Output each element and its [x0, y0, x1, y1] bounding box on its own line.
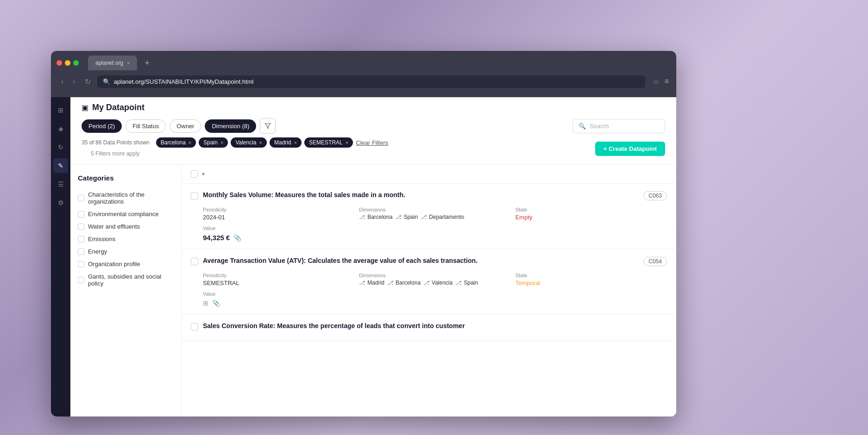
category-item-1[interactable]: Environmental compliance	[78, 208, 174, 220]
datapoint-card-inner-1: Monthly Sales Volume: Measures the total…	[182, 184, 676, 249]
dp-dimensions-value-2: ⎇ Madrid ⎇ Barcelona ⎇ Valencia	[359, 280, 510, 286]
category-label-2: Water and effluents	[88, 223, 140, 230]
tag-valencia-close[interactable]: ×	[259, 140, 262, 145]
dp-meta-2: Periodicity SEMESTRAL Dimensions ⎇ Madri…	[203, 273, 667, 286]
forward-btn[interactable]: ›	[70, 75, 78, 87]
category-checkbox-0[interactable]	[78, 195, 84, 201]
search-placeholder: Search	[590, 123, 609, 130]
dp-checkbox-2[interactable]	[191, 258, 198, 265]
dp-code-2: C054	[643, 257, 667, 266]
dp-state-text-1: Empty	[516, 214, 533, 221]
category-label-1: Environmental compliance	[88, 211, 158, 218]
sidebar-icon-grid[interactable]: ⊞	[53, 103, 68, 118]
app-logo-icon: ▣	[82, 103, 88, 112]
dim-spain-1: ⎇ Spain	[395, 214, 418, 220]
search-input[interactable]: 🔍 Search	[572, 119, 665, 133]
active-tab[interactable]: aplanet.org ×	[88, 56, 137, 70]
category-label-4: Energy	[88, 248, 107, 255]
attachment-icon-2[interactable]: 📎	[212, 299, 220, 307]
filter-tag-barcelona[interactable]: Barcelona ×	[156, 137, 196, 148]
header-dropdown-arrow[interactable]: ▾	[202, 171, 205, 177]
tag-spain-close[interactable]: ×	[220, 140, 223, 145]
minimize-traffic-light[interactable]	[65, 60, 70, 66]
category-checkbox-2[interactable]	[78, 224, 84, 230]
datapoint-title-row-3: Sales Conversion Rate: Measures the perc…	[191, 322, 667, 330]
tag-valencia-label: Valencia	[235, 139, 256, 146]
filter-tag-semestral[interactable]: SEMESTRAL ×	[304, 137, 353, 148]
dimension-filter-btn[interactable]: Dimension (8)	[205, 119, 256, 133]
bookmark-icon[interactable]: ☆	[653, 77, 659, 86]
main-content: ▣ My Datapoint Period (2) Fill Status Ow…	[70, 97, 676, 416]
sidebar-icon-settings[interactable]: ⚙	[53, 195, 68, 210]
category-checkbox-5[interactable]	[78, 261, 84, 267]
dp-checkbox-3[interactable]	[191, 323, 198, 330]
category-checkbox-4[interactable]	[78, 249, 84, 255]
app-title: My Datapoint	[92, 103, 145, 112]
sidebar-icon-diamond[interactable]: ◈	[53, 121, 68, 136]
category-label-3: Emissions	[88, 236, 115, 242]
dp-value-label-2: Value	[203, 291, 215, 297]
new-tab-btn[interactable]: +	[141, 58, 153, 68]
header-checkbox[interactable]	[191, 170, 198, 178]
close-traffic-light[interactable]	[57, 60, 62, 66]
more-filters-text: 5 Filters more apply	[82, 150, 595, 160]
category-item-5[interactable]: Organization profile	[78, 258, 174, 270]
category-checkbox-3[interactable]	[78, 236, 84, 242]
create-datapoint-btn[interactable]: + Create Datapoint	[595, 142, 665, 156]
datapoints-panel: ▾ Monthly Sales Volume: Measures the tot…	[182, 165, 676, 416]
filter-tag-madrid[interactable]: Madrid ×	[270, 137, 302, 148]
tag-barcelona-close[interactable]: ×	[189, 140, 191, 145]
dp-checkbox-1[interactable]	[191, 192, 198, 199]
category-item-2[interactable]: Water and effluents	[78, 220, 174, 233]
dim-icon-1a: ⎇	[359, 214, 365, 220]
dp-value-row-1: Value	[203, 225, 667, 231]
datapoint-card-1: Monthly Sales Volume: Measures the total…	[182, 184, 676, 249]
maximize-traffic-light[interactable]	[73, 60, 79, 66]
tag-madrid-close[interactable]: ×	[294, 140, 297, 145]
category-item-3[interactable]: Emissions	[78, 233, 174, 245]
tab-close-btn[interactable]: ×	[127, 60, 130, 66]
sidebar-icon-refresh[interactable]: ↻	[53, 140, 68, 155]
clear-filters-btn[interactable]: Clear Filters	[356, 139, 388, 146]
filter-icon-btn[interactable]	[260, 118, 276, 134]
dp-state-2: State Temporal	[516, 273, 667, 286]
dp-value-amount-row-1: 94,325 € 📎	[203, 234, 667, 242]
reload-btn[interactable]: ↻	[82, 75, 94, 88]
menu-icon[interactable]: ≡	[665, 77, 669, 86]
top-section: ▣ My Datapoint Period (2) Fill Status Ow…	[70, 97, 676, 134]
period-filter-btn[interactable]: Period (2)	[82, 119, 122, 133]
category-checkbox-6[interactable]	[78, 277, 84, 283]
tab-title: aplanet.org	[95, 60, 123, 66]
fill-status-filter-btn[interactable]: Fill Status	[126, 119, 166, 133]
owner-filter-btn[interactable]: Owner	[170, 119, 201, 133]
dim-departamento-1: ⎇ Departamento	[421, 214, 464, 220]
dp-value-amount-row-2: ⊞ 📎	[203, 299, 667, 307]
url-bar[interactable]: 🔍 aplanet.org/SUSTAINABILITY/KPI/MyDatap…	[97, 75, 645, 88]
dp-meta-1: Periodicity 2024-01 Dimensions ⎇ Barcelo…	[203, 207, 667, 221]
category-item-4[interactable]: Energy	[78, 245, 174, 258]
filter-tag-spain[interactable]: Spain ×	[199, 137, 228, 148]
app-title-row: ▣ My Datapoint	[82, 103, 665, 114]
category-item-0[interactable]: Characteristics of the organizations	[78, 188, 174, 208]
sidebar-icon-menu[interactable]: ☰	[53, 177, 68, 192]
dp-dimensions-2: Dimensions ⎇ Madrid ⎇ Barcelona	[359, 273, 510, 286]
category-item-6[interactable]: Gants, subsidies and social policy	[78, 270, 174, 290]
filter-tag-valencia[interactable]: Valencia ×	[231, 137, 267, 148]
dp-state-value-2: Temporal	[516, 280, 667, 286]
dim-barcelona-1: ⎇ Barcelona	[359, 214, 392, 220]
sidebar-icon-edit[interactable]: ✎	[53, 158, 68, 173]
back-btn[interactable]: ‹	[58, 75, 66, 87]
dim-barcelona-2: ⎇ Barcelona	[387, 280, 421, 286]
dp-state-value-1: Empty	[516, 214, 667, 221]
dp-periodicity-label-1: Periodicity	[203, 207, 354, 212]
category-checkbox-1[interactable]	[78, 211, 84, 218]
dim-icon-1c: ⎇	[421, 214, 427, 220]
dp-dimensions-1: Dimensions ⎇ Barcelona ⎇ Spain	[359, 207, 510, 221]
address-search-icon: 🔍	[103, 78, 110, 85]
address-bar-row: ‹ › ↻ 🔍 aplanet.org/SUSTAINABILITY/KPI/M…	[51, 71, 676, 92]
tag-semestral-close[interactable]: ×	[346, 140, 348, 145]
dp-dimensions-value-1: ⎇ Barcelona ⎇ Spain ⎇ Departamento	[359, 214, 510, 220]
attachment-icon-1[interactable]: 📎	[233, 234, 241, 242]
tag-spain-label: Spain	[203, 139, 218, 146]
category-label-5: Organization profile	[88, 261, 140, 267]
